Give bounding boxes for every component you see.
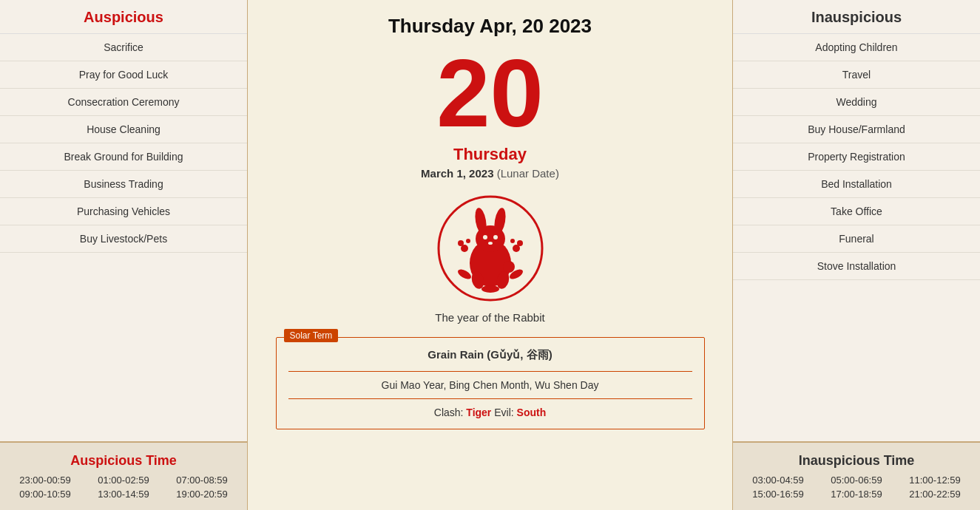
inauspicious-time-item: 11:00-12:59 [896, 475, 974, 486]
inauspicious-list-item: Take Office [733, 198, 980, 225]
auspicious-time-item: 07:00-08:59 [163, 475, 241, 486]
auspicious-list-item: Consecration Ceremony [0, 89, 247, 116]
svg-point-6 [493, 235, 498, 239]
svg-point-13 [466, 239, 470, 243]
center-panel: Thursday Apr, 20 2023 20 Thursday March … [248, 0, 732, 510]
auspicious-list-item: Break Ground for Building [0, 143, 247, 171]
inauspicious-time-title: Inauspicious Time [733, 450, 980, 475]
auspicious-time-grid: 23:00-00:5901:00-02:5907:00-08:5909:00-1… [0, 475, 247, 504]
year-info: Gui Mao Year, Bing Chen Month, Wu Shen D… [288, 379, 692, 391]
inauspicious-time-section: Inauspicious Time 03:00-04:5905:00-06:59… [733, 441, 980, 510]
auspicious-list-item: Purchasing Vehicles [0, 198, 247, 225]
inauspicious-list-item: Bed Installation [733, 171, 980, 198]
auspicious-list-item: Sacrifice [0, 34, 247, 61]
evil-label: Evil: [491, 407, 516, 418]
inauspicious-list-item: Wedding [733, 89, 980, 116]
inauspicious-list-item: Buy House/Farmland [733, 116, 980, 143]
lunar-date-value: March 1, 2023 [421, 167, 493, 180]
lunar-date: March 1, 2023 (Lunar Date) [421, 167, 559, 180]
year-label: The year of the Rabbit [435, 311, 544, 324]
inauspicious-list: Adopting ChildrenTravelWeddingBuy House/… [733, 34, 980, 441]
auspicious-time-item: 13:00-14:59 [84, 489, 163, 500]
inauspicious-time-item: 05:00-06:59 [817, 475, 896, 486]
auspicious-list-item: House Cleaning [0, 116, 247, 143]
auspicious-time-item: 09:00-10:59 [6, 489, 84, 500]
divider2 [288, 398, 692, 399]
svg-point-16 [510, 239, 515, 243]
inauspicious-list-item: Adopting Children [733, 34, 980, 61]
inauspicious-list-item: Stove Installation [733, 253, 980, 280]
inauspicious-time-item: 17:00-18:59 [817, 489, 896, 500]
auspicious-time-title: Auspicious Time [0, 450, 247, 475]
svg-point-17 [456, 268, 472, 282]
svg-point-19 [481, 285, 499, 293]
inauspicious-list-item: Travel [733, 61, 980, 89]
svg-point-15 [517, 240, 523, 246]
day-number: 20 [436, 45, 544, 141]
divider1 [288, 371, 692, 372]
auspicious-list-item: Pray for Good Luck [0, 61, 247, 89]
svg-point-12 [458, 240, 464, 246]
svg-point-5 [483, 235, 487, 239]
auspicious-time-section: Auspicious Time 23:00-00:5901:00-02:5907… [0, 441, 247, 510]
right-panel: Inauspicious Adopting ChildrenTravelWedd… [732, 0, 980, 510]
rabbit-image [435, 193, 546, 304]
solar-term-box: Solar Term Grain Rain (Gǔyǔ, 谷雨) Gui Mao… [276, 337, 705, 429]
auspicious-time-item: 19:00-20:59 [163, 489, 241, 500]
auspicious-list-item: Buy Livestock/Pets [0, 225, 247, 253]
solar-term-text: Grain Rain (Gǔyǔ, 谷雨) [288, 348, 692, 362]
auspicious-title: Auspicious [0, 0, 247, 34]
auspicious-time-item: 01:00-02:59 [84, 475, 163, 486]
solar-term-badge: Solar Term [284, 329, 339, 342]
auspicious-time-item: 23:00-00:59 [6, 475, 84, 486]
inauspicious-list-item: Property Registration [733, 143, 980, 171]
day-name: Thursday [453, 145, 527, 164]
svg-point-8 [503, 261, 515, 273]
evil-direction: South [517, 407, 547, 418]
lunar-label: (Lunar Date) [497, 167, 559, 180]
clash-info: Clash: Tiger Evil: South [288, 407, 692, 418]
main-date: Thursday Apr, 20 2023 [388, 15, 592, 38]
inauspicious-time-grid: 03:00-04:5905:00-06:5911:00-12:5915:00-1… [733, 475, 980, 504]
inauspicious-title: Inauspicious [733, 0, 980, 34]
left-panel: Auspicious SacrificePray for Good LuckCo… [0, 0, 248, 510]
inauspicious-time-item: 15:00-16:59 [739, 489, 817, 500]
inauspicious-time-item: 21:00-22:59 [896, 489, 974, 500]
svg-point-7 [488, 242, 493, 245]
inauspicious-list-item: Funeral [733, 225, 980, 253]
clash-label: Clash: [434, 407, 467, 418]
auspicious-list-item: Business Trading [0, 171, 247, 198]
clash-animal: Tiger [466, 407, 491, 418]
inauspicious-time-item: 03:00-04:59 [739, 475, 817, 486]
auspicious-list: SacrificePray for Good LuckConsecration … [0, 34, 247, 441]
